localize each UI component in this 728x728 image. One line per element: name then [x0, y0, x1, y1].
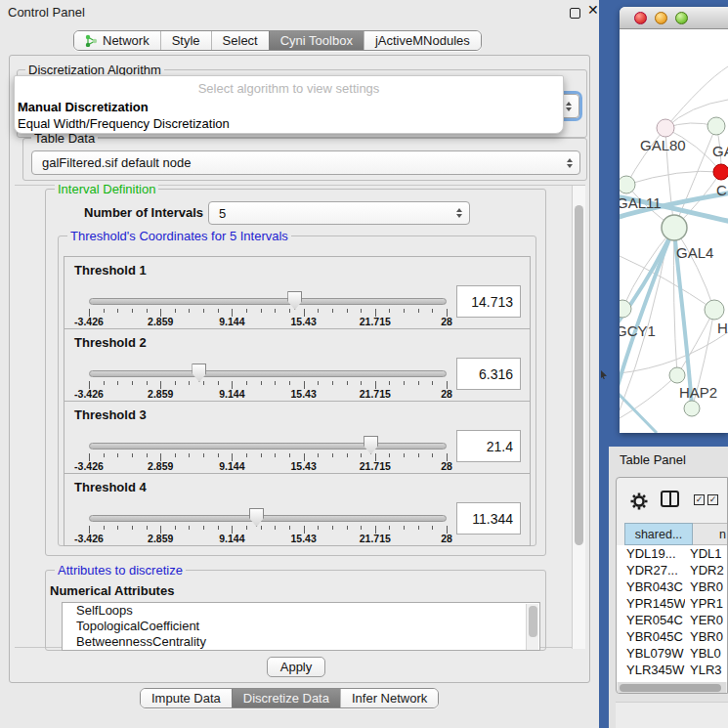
slider-track[interactable] [89, 443, 447, 450]
scrollbar-thumb[interactable] [620, 684, 721, 692]
tab-infer-network[interactable]: Infer Network [340, 689, 438, 707]
tick-label: 9.144 [219, 316, 244, 327]
threshold-label: Threshold 4 [74, 480, 147, 494]
attribute-item[interactable]: SelfLoops [63, 603, 539, 619]
network-node-h[interactable] [705, 300, 724, 320]
column-header-name[interactable]: n [693, 523, 728, 545]
threshold-panel-1: Threshold 1 -3.4262.8599.14415.4321.7152… [64, 256, 531, 329]
table-row[interactable]: YDR27...YDR2 [617, 562, 727, 578]
minor-tick [117, 381, 118, 385]
minor-tick [147, 381, 148, 385]
network-view-window[interactable]: GAL80GACGAL11GAL4GCY1HHAP2 [620, 7, 728, 433]
numerical-attributes-list[interactable]: SelfLoopsTopologicalCoefficientBetweenne… [62, 602, 540, 651]
minor-tick [117, 309, 118, 313]
tick-label: 9.144 [219, 533, 244, 544]
scrollbar-thumb[interactable] [575, 205, 583, 545]
network-node-c[interactable] [713, 164, 728, 180]
network-node-hap2[interactable] [669, 367, 685, 383]
table-window: ✓ ✓ shared... n YDL19...YDL1YDR27...YDR2… [616, 477, 728, 694]
columns-icon[interactable] [661, 491, 679, 507]
checkbox-checked-icon[interactable]: ✓ [694, 494, 705, 505]
slider-tick-labels: -3.4262.8599.14415.4321.71528 [89, 460, 447, 472]
network-node-ga[interactable] [707, 117, 725, 135]
minor-tick [203, 309, 204, 313]
close-traffic-light-icon[interactable] [634, 12, 647, 24]
minor-tick [318, 453, 319, 457]
checkbox-checked-icon[interactable]: ✓ [707, 494, 718, 505]
cell-shared-name: YDR27... [617, 563, 685, 578]
minor-tick [361, 526, 362, 530]
network-canvas[interactable]: GAL80GACGAL11GAL4GCY1HHAP2 [620, 29, 728, 433]
slider-tick-labels: -3.4262.8599.14415.4321.71528 [89, 316, 447, 327]
tab-style[interactable]: Style [160, 31, 211, 50]
network-node[interactable] [684, 401, 700, 416]
tab-jactivemnodules[interactable]: jActiveMNodules [364, 31, 481, 50]
combo-stepper-icon [567, 158, 573, 168]
table-row[interactable]: YBR045CYBR0 [617, 628, 727, 645]
minimize-traffic-light-icon[interactable] [655, 12, 667, 24]
table-row[interactable]: YER054CYER0 [617, 612, 727, 628]
slider-track[interactable] [89, 298, 447, 305]
tick-label: -3.426 [74, 388, 104, 400]
table-panel: Table Panel ✓ ✓ shared... n YDL19...YDL1… [609, 447, 728, 728]
slider-handle[interactable] [192, 364, 206, 382]
cell-shared-name: YBR043C [617, 579, 685, 594]
float-window-icon[interactable] [570, 8, 580, 19]
network-node-gal80[interactable] [657, 119, 674, 137]
table-row[interactable]: YBR043CYBR0 [617, 578, 727, 595]
slider-handle[interactable] [364, 436, 378, 454]
tab-network[interactable]: Network [74, 31, 160, 50]
zoom-traffic-light-icon[interactable] [675, 12, 688, 24]
apply-button[interactable]: Apply [267, 657, 325, 677]
vertical-scrollbar[interactable] [572, 186, 585, 649]
threshold-value-field[interactable]: 14.713 [456, 285, 521, 318]
node-label: GAL11 [620, 194, 662, 211]
cell-name: YPR1 [685, 596, 723, 611]
table-row[interactable]: YBL079WYBL0 [617, 645, 727, 662]
table-data-combobox[interactable]: galFiltered.sif default node [31, 150, 580, 175]
minor-tick [246, 309, 247, 313]
slider-handle[interactable] [249, 508, 264, 527]
network-window-titlebar[interactable] [620, 7, 728, 29]
cell-name: YBL0 [685, 646, 721, 661]
attribute-item[interactable]: TopologicalCoefficient [63, 619, 539, 634]
tab-discretize-data[interactable]: Discretize Data [232, 689, 340, 707]
number-of-intervals-combobox[interactable]: 5 [208, 201, 470, 225]
tick-label: 15.43 [290, 460, 316, 472]
top-tab-bar: NetworkStyleSelectCyni ToolboxjActiveMNo… [73, 30, 482, 51]
slider-handle[interactable] [287, 291, 302, 310]
table-row[interactable]: YLR345WYLR3 [617, 662, 727, 678]
horizontal-scrollbar[interactable] [618, 682, 726, 693]
gear-icon[interactable] [629, 492, 649, 511]
numerical-attributes-heading: Numerical Attributes [50, 583, 174, 598]
node-label: HAP2 [679, 384, 717, 401]
threshold-value-field[interactable]: 11.344 [456, 502, 521, 535]
minor-tick [361, 453, 362, 457]
minor-tick [261, 309, 262, 313]
tab-impute-data[interactable]: Impute Data [141, 689, 232, 707]
table-row[interactable]: YPR145WYPR1 [617, 595, 727, 612]
attribute-item[interactable]: BetweennessCentrality [63, 634, 539, 650]
popup-placeholder-option[interactable]: Select algorithm to view settings [15, 81, 563, 96]
network-node-gal11[interactable] [620, 176, 635, 193]
minor-tick [104, 309, 105, 313]
column-header-shared-name[interactable]: shared... [624, 523, 693, 545]
attributes-scrollbar[interactable] [526, 604, 538, 651]
tick-label: -3.426 [74, 460, 104, 472]
tab-cyni-toolbox[interactable]: Cyni Toolbox [269, 31, 364, 50]
network-node-gal4[interactable] [662, 215, 687, 240]
slider-track[interactable] [89, 515, 447, 522]
table-row[interactable]: YDL19...YDL1 [617, 545, 727, 562]
threshold-value-field[interactable]: 6.316 [456, 358, 521, 390]
threshold-value-field[interactable]: 21.4 [456, 430, 521, 462]
cell-shared-name: YBR045C [617, 629, 685, 644]
table-panel-footer [616, 702, 728, 728]
popup-option-manual-discretization[interactable]: Manual Discretization [18, 100, 149, 114]
scrollbar-thumb[interactable] [529, 606, 537, 637]
tab-select[interactable]: Select [211, 31, 269, 50]
tick-label: 28 [441, 388, 452, 400]
slider-track[interactable] [89, 370, 447, 377]
close-icon[interactable]: ✕ [587, 2, 599, 18]
popup-option-equal-width-frequency[interactable]: Equal Width/Frequency Discretization [18, 116, 230, 131]
control-panel-window: Control Panel ✕ NetworkStyleSelectCyni T… [0, 0, 599, 728]
